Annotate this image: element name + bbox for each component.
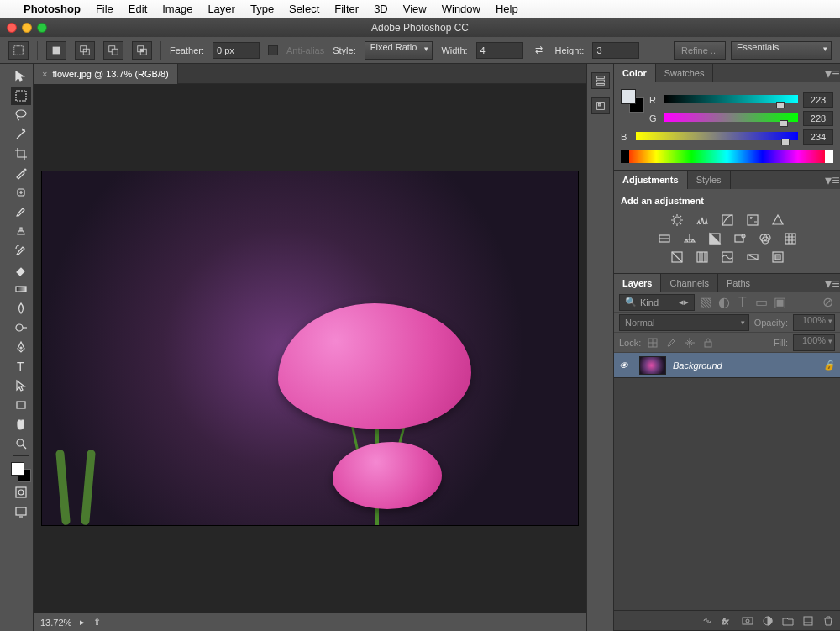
app-name[interactable]: Photoshop [24, 3, 81, 15]
close-document-icon[interactable]: × [42, 69, 47, 79]
tab-color[interactable]: Color [614, 64, 656, 82]
lock-all-icon[interactable] [701, 336, 715, 350]
lock-image-icon[interactable] [664, 336, 678, 350]
zoom-tool-icon[interactable] [11, 434, 31, 453]
menu-type[interactable]: Type [250, 3, 274, 15]
layer-style-icon[interactable]: fx [721, 614, 734, 628]
layer-filter-kind[interactable]: 🔍Kind◂▸ [619, 294, 695, 311]
document-tab[interactable]: × flower.jpg @ 13.7% (RGB/8) [34, 64, 178, 84]
zoom-window-icon[interactable] [37, 23, 47, 33]
intersect-selection-icon[interactable] [132, 41, 152, 60]
healing-brush-tool-icon[interactable] [11, 183, 31, 202]
filter-shape-icon[interactable]: ▭ [753, 295, 769, 310]
color-g-input[interactable] [803, 111, 833, 126]
vibrance-icon[interactable] [769, 213, 786, 228]
adjustments-panel-menu-icon[interactable]: ▾≡ [825, 171, 840, 189]
delete-layer-icon[interactable] [822, 614, 835, 628]
fill-input[interactable]: 100% [793, 334, 835, 351]
workspace-select[interactable]: Essentials [731, 41, 832, 60]
height-input[interactable] [592, 42, 639, 59]
new-layer-icon[interactable] [801, 614, 815, 628]
new-selection-icon[interactable] [46, 41, 66, 60]
layer-thumbnail[interactable] [639, 356, 666, 375]
layer-name[interactable]: Background [673, 360, 722, 371]
hand-tool-icon[interactable] [11, 415, 31, 434]
filter-adjustment-icon[interactable]: ◐ [717, 295, 732, 310]
gradient-map-icon[interactable] [744, 250, 761, 265]
swap-dimensions-icon[interactable]: ⇄ [532, 45, 547, 55]
brightness-contrast-icon[interactable] [669, 213, 685, 228]
tab-swatches[interactable]: Swatches [656, 64, 714, 82]
menu-filter[interactable]: Filter [334, 3, 359, 15]
filter-smart-icon[interactable]: ▣ [772, 295, 787, 310]
history-brush-tool-icon[interactable] [11, 241, 31, 260]
zoom-level[interactable]: 13.72% [40, 618, 71, 628]
eyedropper-tool-icon[interactable] [11, 164, 31, 182]
adjustment-layer-icon[interactable] [761, 614, 774, 628]
tab-channels[interactable]: Channels [661, 274, 717, 292]
menu-edit[interactable]: Edit [129, 3, 147, 15]
color-balance-icon[interactable] [681, 231, 698, 246]
path-selection-tool-icon[interactable] [11, 376, 31, 395]
hue-saturation-icon[interactable] [656, 231, 673, 246]
posterize-icon[interactable] [694, 250, 711, 265]
tab-adjustments[interactable]: Adjustments [614, 171, 688, 189]
status-share-icon[interactable]: ⇧ [93, 617, 101, 628]
gradient-tool-icon[interactable] [11, 280, 31, 298]
type-tool-icon[interactable]: T [11, 357, 31, 376]
menu-file[interactable]: File [96, 3, 113, 15]
blur-tool-icon[interactable] [11, 299, 31, 318]
filter-toggle-icon[interactable]: ⊘ [820, 295, 835, 310]
blend-mode-select[interactable]: Normal [619, 314, 749, 331]
color-r-slider[interactable] [664, 95, 798, 105]
minimize-window-icon[interactable] [22, 23, 32, 33]
curves-icon[interactable] [719, 213, 736, 228]
layer-mask-icon[interactable] [741, 614, 754, 628]
subtract-selection-icon[interactable] [103, 41, 123, 60]
color-g-slider[interactable] [664, 113, 798, 124]
levels-icon[interactable] [694, 213, 711, 228]
black-white-icon[interactable] [706, 231, 723, 246]
eraser-tool-icon[interactable] [11, 260, 31, 279]
foreground-background-swatches[interactable] [11, 462, 31, 482]
color-b-input[interactable] [803, 129, 833, 145]
close-window-icon[interactable] [7, 23, 17, 33]
color-panel-menu-icon[interactable]: ▾≡ [825, 64, 840, 82]
layer-visibility-icon[interactable]: 👁 [619, 360, 633, 371]
quick-mask-icon[interactable] [11, 483, 31, 502]
tab-layers[interactable]: Layers [614, 274, 661, 292]
menu-image[interactable]: Image [162, 3, 192, 15]
lasso-tool-icon[interactable] [11, 106, 31, 124]
screen-mode-icon[interactable] [11, 502, 31, 521]
pen-tool-icon[interactable] [11, 338, 31, 356]
color-r-input[interactable] [803, 92, 833, 108]
dodge-tool-icon[interactable] [11, 318, 31, 337]
brush-tool-icon[interactable] [11, 202, 31, 221]
menu-select[interactable]: Select [289, 3, 319, 15]
menu-view[interactable]: View [403, 3, 427, 15]
color-panel-swatches[interactable] [621, 89, 644, 113]
layer-lock-icon[interactable]: 🔒 [823, 360, 835, 371]
feather-input[interactable] [213, 42, 260, 59]
color-b-slider[interactable] [636, 132, 798, 142]
menu-3d[interactable]: 3D [374, 3, 388, 15]
refine-edge-button[interactable]: Refine ... [674, 41, 726, 60]
lock-transparent-icon[interactable] [646, 336, 659, 350]
move-tool-icon[interactable] [11, 67, 31, 86]
width-input[interactable] [476, 42, 523, 59]
tool-preset-icon[interactable] [8, 41, 29, 60]
layer-row[interactable]: 👁 Background 🔒 [614, 353, 840, 378]
selective-color-icon[interactable] [769, 250, 786, 265]
crop-tool-icon[interactable] [11, 145, 31, 163]
add-selection-icon[interactable] [75, 41, 95, 60]
magic-wand-tool-icon[interactable] [11, 125, 31, 144]
properties-panel-icon[interactable] [591, 97, 610, 114]
rectangle-tool-icon[interactable] [11, 396, 31, 414]
invert-icon[interactable] [669, 250, 685, 265]
color-spectrum[interactable] [621, 150, 833, 163]
history-panel-icon[interactable] [591, 72, 610, 89]
exposure-icon[interactable] [744, 213, 761, 228]
new-group-icon[interactable] [781, 614, 795, 628]
filter-pixel-icon[interactable]: ▧ [698, 295, 713, 310]
menu-layer[interactable]: Layer [207, 3, 235, 15]
